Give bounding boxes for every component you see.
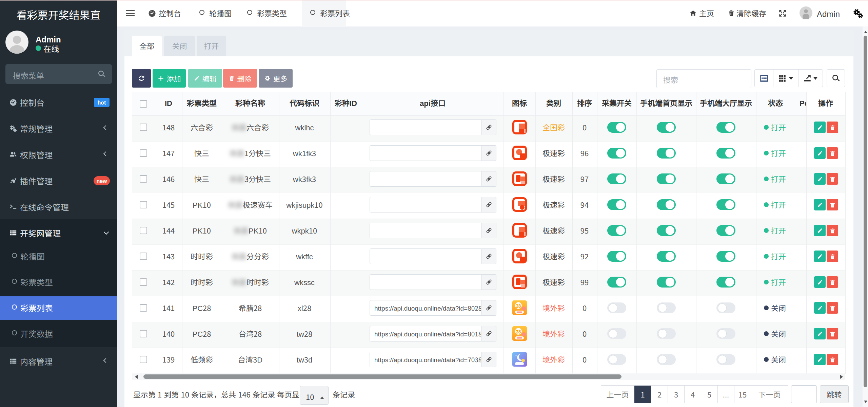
svg-text:28: 28 [516, 328, 521, 335]
svg-text:28: 28 [516, 302, 521, 309]
